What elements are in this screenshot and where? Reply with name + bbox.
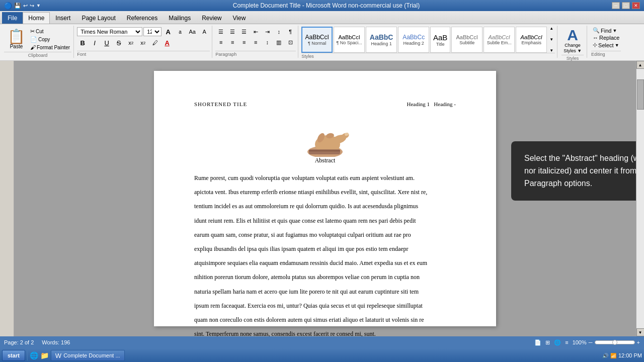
taskbar-word-item[interactable]: W Complete Document ... — [51, 350, 125, 361]
taskbar-icon-ie[interactable]: 🌐 — [30, 351, 38, 359]
select-button[interactable]: ⊹ Select ▼ — [591, 41, 621, 49]
body-paragraph-7: atquisimpore sequiaes elia eaquam endamu… — [194, 257, 456, 268]
font-color-button[interactable]: A — [162, 38, 173, 48]
abstract-heading: Abstract — [315, 157, 336, 164]
decrease-indent-button[interactable]: ⇤ — [250, 27, 261, 37]
shading-button[interactable]: ▥ — [273, 37, 284, 47]
view-icon-print[interactable]: 📄 — [534, 339, 541, 346]
align-right-button[interactable]: ≡ — [238, 37, 250, 47]
find-icon: 🔍 — [593, 27, 600, 34]
status-left: Page: 2 of 2 Words: 196 — [4, 339, 70, 345]
tab-mailings[interactable]: Mailings — [163, 12, 196, 24]
body-paragraph-10: ipsum rem faceaquat. Exercia eos mi, unt… — [194, 300, 456, 311]
quick-access-redo[interactable]: ↪ — [30, 3, 34, 9]
style-normal-button[interactable]: AaBbCcI ¶ Normal — [301, 27, 333, 53]
zoom-slider[interactable] — [595, 340, 635, 344]
sort-button[interactable]: ↕ — [273, 27, 284, 37]
taskbar-icon-folder[interactable]: 📁 — [40, 351, 49, 359]
justify-button[interactable]: ≡ — [250, 37, 261, 47]
view-icon-outline[interactable]: ≡ — [565, 339, 568, 345]
close-button[interactable]: ✕ — [632, 2, 640, 9]
change-styles-button[interactable]: A ChangeStyles ▼ — [561, 27, 584, 55]
styles-expand[interactable]: ▼ — [548, 49, 555, 53]
clear-formatting-button[interactable]: A — [199, 27, 210, 37]
paste-button[interactable]: 📋 Paste — [4, 27, 29, 52]
left-margin — [0, 61, 14, 336]
minimize-button[interactable]: ─ — [612, 2, 620, 9]
view-icon-fullscreen[interactable]: ⊞ — [545, 339, 550, 346]
style-heading1-button[interactable]: AaBbC Heading 1 — [366, 27, 397, 53]
format-painter-button[interactable]: 🖌 Format Painter — [29, 44, 71, 51]
zoom-level: 100% — [573, 339, 587, 345]
font-grow-button[interactable]: A — [163, 27, 174, 37]
zoom-thumb[interactable] — [612, 340, 617, 345]
show-hide-button[interactable]: ¶ — [285, 27, 296, 37]
ribbon: File Home Insert Page Layout References … — [0, 11, 644, 61]
multilevel-button[interactable]: ☰ — [238, 27, 250, 37]
styles-scroll-down[interactable]: ▼ — [548, 38, 555, 42]
scroll-up-button[interactable]: ▲ — [636, 61, 645, 69]
strikethrough-button[interactable]: S — [113, 38, 124, 48]
style-heading1-label: Heading 1 — [371, 41, 392, 46]
page-header: SHORTENED TILE Heading 1 Heading - — [194, 101, 456, 107]
style-emphasis-button[interactable]: AaBbCcI Emphasis — [516, 27, 547, 53]
italic-button[interactable]: I — [89, 38, 100, 48]
font-case-button[interactable]: Aa — [187, 27, 198, 37]
align-center-button[interactable]: ≡ — [227, 37, 238, 47]
bold-button[interactable]: B — [77, 38, 88, 48]
tab-file[interactable]: File — [2, 12, 23, 24]
font-shrink-button[interactable]: a — [175, 27, 186, 37]
numbering-button[interactable]: ☰ — [227, 27, 238, 37]
zoom-decrease-button[interactable]: ─ — [589, 339, 593, 345]
align-left-button[interactable]: ≡ — [215, 37, 226, 47]
line-spacing-button[interactable]: ↕ — [262, 37, 273, 47]
status-bar: Page: 2 of 2 Words: 196 📄 ⊞ 🌐 ≡ 100% ─ + — [0, 336, 644, 348]
change-styles-group-label: Styles — [561, 55, 584, 61]
font-name-select[interactable]: Times New Roman — [77, 27, 142, 36]
replace-button[interactable]: ↔ Replace — [591, 34, 621, 41]
superscript-button[interactable]: x2 — [137, 38, 148, 48]
tab-review[interactable]: Review — [196, 12, 227, 24]
view-icon-web[interactable]: 🌐 — [554, 339, 561, 346]
style-subtle-em-label: Subtle Em... — [487, 40, 512, 45]
style-heading2-button[interactable]: AaBbCc Heading 2 — [398, 27, 429, 53]
tab-view[interactable]: View — [227, 12, 252, 24]
subscript-button[interactable]: x2 — [125, 38, 136, 48]
style-title-button[interactable]: AaB Title — [430, 27, 450, 53]
paragraph-group-label: Paragraph — [215, 51, 296, 57]
style-subtitle-preview: AaBbCcI — [456, 34, 477, 40]
style-subtitle-button[interactable]: AaBbCcI Subtitle — [451, 27, 482, 53]
maximize-button[interactable]: □ — [622, 2, 630, 9]
tab-references[interactable]: References — [121, 12, 163, 24]
borders-button[interactable]: ⊡ — [285, 37, 296, 47]
tab-home[interactable]: Home — [23, 12, 50, 24]
quick-access-undo[interactable]: ↩ — [23, 3, 28, 9]
tab-page-layout[interactable]: Page Layout — [76, 12, 121, 24]
zoom-increase-button[interactable]: + — [637, 339, 640, 345]
start-button[interactable]: start — [2, 350, 25, 361]
cut-button[interactable]: ✂ Cut — [29, 28, 71, 35]
callout-box: Select the "Abstract" heading (which is … — [511, 141, 636, 201]
page-container: SHORTENED TILE Heading 1 Heading - — [14, 61, 636, 336]
style-no-spacing-button[interactable]: AaBbCcI ¶ No Spaci... — [334, 27, 365, 53]
quick-access-save[interactable]: 💾 — [14, 3, 21, 9]
style-no-spacing-label: ¶ No Spaci... — [336, 40, 362, 45]
find-button[interactable]: 🔍 Find ▼ — [591, 27, 621, 34]
bullets-button[interactable]: ☰ — [215, 27, 226, 37]
quick-access-dropdown[interactable]: ▼ — [36, 3, 41, 8]
scrollbar-track[interactable] — [636, 69, 644, 328]
callout-text: Select the "Abstract" heading (which is … — [524, 154, 636, 188]
scroll-down-button[interactable]: ▼ — [636, 328, 645, 336]
text-highlight-button[interactable]: 🖊 — [149, 38, 160, 48]
style-subtle-em-button[interactable]: AaBbCcI Subtle Em... — [484, 27, 515, 53]
underline-button[interactable]: U — [101, 38, 112, 48]
style-subtitle-label: Subtitle — [459, 40, 474, 45]
font-size-select[interactable]: 12 — [143, 27, 162, 36]
scrollbar-thumb[interactable] — [637, 79, 644, 110]
styles-scroll-up[interactable]: ▲ — [548, 27, 555, 31]
styles-scroll[interactable]: ▲ ▼ ▼ — [548, 27, 555, 53]
ribbon-tabs: File Home Insert Page Layout References … — [0, 11, 644, 24]
increase-indent-button[interactable]: ⇥ — [262, 27, 273, 37]
copy-button[interactable]: 📄 Copy — [29, 36, 71, 43]
tab-insert[interactable]: Insert — [50, 12, 76, 24]
